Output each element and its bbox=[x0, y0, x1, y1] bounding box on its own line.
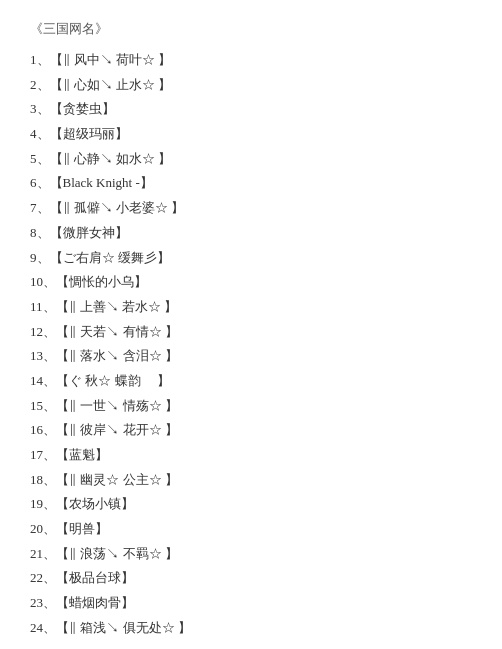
name-list: 1、【∥ 风中↘ 荷叶☆ 】2、【∥ 心如↘ 止水☆ 】3、【贪婪虫】4、【超级… bbox=[30, 48, 472, 641]
list-item: 7、【∥ 孤僻↘ 小老婆☆ 】 bbox=[30, 196, 472, 221]
page-title: 《三国网名》 bbox=[30, 20, 472, 38]
list-item: 8、【微胖女神】 bbox=[30, 221, 472, 246]
list-item: 17、【蓝魁】 bbox=[30, 443, 472, 468]
list-item: 9、【ご右肩☆ 缓舞彡】 bbox=[30, 246, 472, 271]
list-item: 19、【农场小镇】 bbox=[30, 492, 472, 517]
list-item: 3、【贪婪虫】 bbox=[30, 97, 472, 122]
list-item: 12、【∥ 天若↘ 有情☆ 】 bbox=[30, 320, 472, 345]
list-item: 2、【∥ 心如↘ 止水☆ 】 bbox=[30, 73, 472, 98]
list-item: 18、【∥ 幽灵☆ 公主☆ 】 bbox=[30, 468, 472, 493]
list-item: 13、【∥ 落水↘ 含泪☆ 】 bbox=[30, 344, 472, 369]
list-item: 22、【极品台球】 bbox=[30, 566, 472, 591]
list-item: 5、【∥ 心静↘ 如水☆ 】 bbox=[30, 147, 472, 172]
list-item: 24、【∥ 箱浅↘ 俱无处☆ 】 bbox=[30, 616, 472, 641]
list-item: 15、【∥ 一世↘ 情殇☆ 】 bbox=[30, 394, 472, 419]
list-item: 21、【∥ 浪荡↘ 不羁☆ 】 bbox=[30, 542, 472, 567]
list-item: 23、【蜡烟肉骨】 bbox=[30, 591, 472, 616]
list-item: 20、【明兽】 bbox=[30, 517, 472, 542]
list-item: 1、【∥ 风中↘ 荷叶☆ 】 bbox=[30, 48, 472, 73]
list-item: 6、【Black Knight -】 bbox=[30, 171, 472, 196]
list-item: 16、【∥ 彼岸↘ 花开☆ 】 bbox=[30, 418, 472, 443]
list-item: 10、【惆怅的小乌】 bbox=[30, 270, 472, 295]
list-item: 4、【超级玛丽】 bbox=[30, 122, 472, 147]
list-item: 11、【∥ 上善↘ 若水☆ 】 bbox=[30, 295, 472, 320]
list-item: 14、【ぐ 秋☆ 蝶韵ゝ 】 bbox=[30, 369, 472, 394]
